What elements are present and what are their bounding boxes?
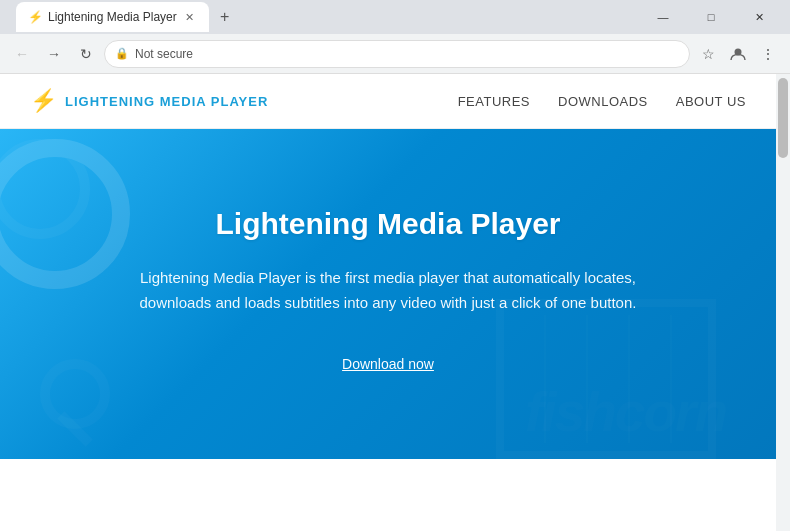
minimize-button[interactable]: —	[640, 1, 686, 33]
menu-icon[interactable]: ⋮	[754, 40, 782, 68]
hero-section: fishcorn Lightening Media Player Lighten…	[0, 129, 776, 459]
scrollbar-track[interactable]	[776, 74, 790, 531]
page-content: ⚡ LIGHTENING MEDIA PLAYER FEATURES DOWNL…	[0, 74, 776, 531]
title-bar: ⚡ Lightening Media Player ✕ + — □ ✕	[0, 0, 790, 34]
forward-button[interactable]: →	[40, 40, 68, 68]
browser-toolbar: ← → ↻ 🔒 Not secure ☆ ⋮	[0, 34, 790, 74]
nav-features[interactable]: FEATURES	[458, 94, 530, 109]
new-tab-button[interactable]: +	[211, 3, 239, 31]
download-now-link[interactable]: Download now	[342, 356, 434, 372]
back-button[interactable]: ←	[8, 40, 36, 68]
close-button[interactable]: ✕	[736, 1, 782, 33]
tab-close-icon[interactable]: ✕	[183, 10, 197, 24]
watermark-text: fishcorn	[525, 380, 726, 444]
address-text: Not secure	[135, 47, 679, 61]
hero-title: Lightening Media Player	[215, 207, 560, 241]
active-tab[interactable]: ⚡ Lightening Media Player ✕	[16, 2, 209, 32]
profile-icon[interactable]	[724, 40, 752, 68]
address-bar[interactable]: 🔒 Not secure	[104, 40, 690, 68]
magnifier-bg	[40, 359, 110, 429]
logo-lightning-icon: ⚡	[30, 88, 57, 114]
site-header: ⚡ LIGHTENING MEDIA PLAYER FEATURES DOWNL…	[0, 74, 776, 129]
site-logo[interactable]: ⚡ LIGHTENING MEDIA PLAYER	[30, 88, 268, 114]
content-area: ⚡ LIGHTENING MEDIA PLAYER FEATURES DOWNL…	[0, 74, 790, 531]
nav-downloads[interactable]: DOWNLOADS	[558, 94, 648, 109]
reload-button[interactable]: ↻	[72, 40, 100, 68]
window-controls: — □ ✕	[640, 1, 782, 33]
logo-text: LIGHTENING MEDIA PLAYER	[65, 94, 268, 109]
maximize-button[interactable]: □	[688, 1, 734, 33]
tab-title: Lightening Media Player	[48, 10, 177, 24]
tab-favicon: ⚡	[28, 10, 42, 24]
scrollbar-thumb[interactable]	[778, 78, 788, 158]
hero-description: Lightening Media Player is the first med…	[128, 265, 648, 316]
security-icon: 🔒	[115, 47, 129, 60]
bookmark-icon[interactable]: ☆	[694, 40, 722, 68]
site-nav: FEATURES DOWNLOADS ABOUT US	[458, 94, 746, 109]
tab-bar: ⚡ Lightening Media Player ✕ +	[8, 2, 636, 32]
nav-about-us[interactable]: ABOUT US	[676, 94, 746, 109]
website: ⚡ LIGHTENING MEDIA PLAYER FEATURES DOWNL…	[0, 74, 776, 474]
toolbar-icons: ☆ ⋮	[694, 40, 782, 68]
browser-frame: ⚡ Lightening Media Player ✕ + — □ ✕ ← → …	[0, 0, 790, 531]
